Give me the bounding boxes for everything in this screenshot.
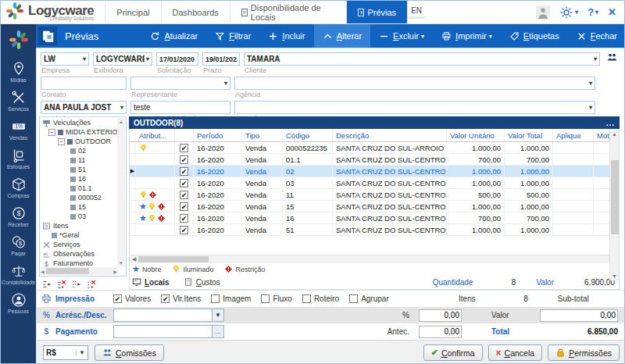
permissoes-button[interactable]: Permissões — [548, 344, 620, 361]
row-checkbox[interactable]: ✔ — [175, 224, 194, 235]
row-checkbox[interactable]: ✔ — [175, 212, 194, 223]
row-checkbox[interactable]: ✔ — [175, 166, 194, 177]
tree-root[interactable]: Veiculações — [41, 118, 117, 127]
confirma-button[interactable]: ✔ Confirma — [423, 344, 483, 361]
scrollbar-thumb[interactable] — [138, 256, 209, 262]
valor-desc-input[interactable] — [540, 309, 618, 322]
tree-leaf-11[interactable]: 11 — [41, 155, 117, 165]
agencia-select[interactable]: ▾ — [234, 77, 595, 90]
etiquetas-button[interactable]: Etiquetas — [501, 24, 568, 48]
tree-leaf-03[interactable]: 03 — [41, 212, 117, 221]
column-header-descricao[interactable]: Descrição — [333, 129, 447, 141]
antec-input[interactable] — [419, 326, 462, 338]
table-row[interactable]: ✔16-2020Venda11SANTA CRUZ DO SUL-CENTRO,… — [130, 189, 619, 201]
row-checkbox[interactable]: ✔ — [175, 189, 194, 200]
sidebar-item-compras[interactable]: Compras — [1, 173, 36, 202]
tree-node-outdoor[interactable]: −OUTDOOR — [41, 137, 117, 146]
collapse-toggle-icon[interactable]: − — [58, 138, 65, 145]
column-header-atribut[interactable]: Atribut... — [136, 129, 175, 141]
tree-horizontal-scrollbar[interactable]: ◀ ▶ — [41, 267, 117, 275]
prazo-field[interactable]: 19/01/2020 — [202, 52, 240, 66]
scroll-down-icon[interactable]: ▼ — [119, 259, 123, 267]
cliente-select[interactable]: TAMARA▾ — [244, 52, 600, 66]
row-checkbox[interactable]: ✔ — [175, 201, 194, 212]
tab-dashboards[interactable]: Dashboards — [161, 1, 230, 23]
sidebar-item-midias[interactable]: Mídias — [1, 58, 36, 87]
tree-section-faturamento[interactable]: $Faturamento — [41, 259, 117, 267]
subtab-locais[interactable]: Locais — [132, 277, 170, 287]
estrategia-select[interactable]: ▾ — [234, 101, 595, 114]
tab-principal[interactable]: Principal — [105, 1, 160, 23]
sidebar-item-servicos[interactable]: Serviços — [1, 87, 36, 116]
currency-select[interactable]: R$ ▼ — [43, 345, 88, 360]
incluir-button[interactable]: Incluir — [259, 24, 313, 48]
sidebar-item-vendas[interactable]: 1%Vendas — [1, 116, 36, 145]
subtab-custos[interactable]: Custos — [184, 277, 220, 287]
tree-leaf-02[interactable]: 02 — [41, 146, 117, 155]
help-button[interactable]: ?▾ — [588, 6, 598, 18]
tree-vertical-scrollbar[interactable]: ▲ ▼ — [117, 118, 125, 267]
empresa-select[interactable]: LW▾ — [41, 52, 89, 66]
tab-previas[interactable]: xPrévias — [346, 1, 408, 23]
acresc-select[interactable]: ▼ — [113, 309, 224, 322]
comissoes-button[interactable]: Comissões — [95, 344, 164, 361]
solicitacao-field[interactable]: 17/01/2020 — [156, 52, 198, 66]
node-move-icon[interactable] — [42, 280, 52, 289]
scroll-left-icon[interactable]: ◀ — [41, 269, 45, 274]
grid-horizontal-scrollbar[interactable]: ◀ ▶ — [130, 255, 619, 263]
tree-leaf-01-1[interactable]: 01.1 — [41, 184, 117, 193]
contato-field[interactable] — [41, 77, 127, 90]
tab-close-icon[interactable]: x — [241, 9, 248, 16]
sidebar-item-pagar[interactable]: $Pagar — [1, 231, 36, 260]
column-header-valor-total[interactable]: Valor Total — [505, 129, 553, 141]
table-row[interactable]: ✔16-2020Venda51SANTA CRUZ DO SUL-CENTRO,… — [130, 224, 619, 236]
window-close-button[interactable]: ✕ — [608, 6, 616, 18]
alterar-button[interactable]: Alterar — [314, 24, 370, 48]
nodes-move-icon[interactable] — [72, 280, 81, 289]
row-checkbox[interactable]: ✔ — [175, 154, 194, 165]
tree-leaf-51[interactable]: 51 — [41, 165, 117, 174]
column-header-motiv[interactable]: Motiv — [594, 129, 609, 141]
sidebar-item-contabilidade[interactable]: Contabilidade — [1, 260, 36, 289]
row-checkbox[interactable]: ✔ — [175, 177, 194, 188]
table-row[interactable]: ✔16-2020Venda03SANTA CRUZ DO SUL-CENTRO,… — [130, 177, 619, 189]
tree-section-observacoes[interactable]: abObservações — [41, 249, 117, 259]
grid-more-button[interactable]: ... — [606, 119, 615, 127]
print-option-imagem[interactable]: Imagem — [211, 294, 251, 303]
table-row[interactable]: ★✔16-2020Venda16SANTA CRUZ DO SUL-CENTRO… — [130, 212, 619, 224]
scrollbar-thumb[interactable] — [46, 268, 89, 274]
scroll-up-icon[interactable]: ▲ — [119, 118, 123, 126]
percent-input[interactable] — [419, 309, 462, 322]
atualizar-button[interactable]: Atualizar — [141, 24, 206, 48]
imprimir-button[interactable]: Imprimir▾ — [433, 24, 501, 48]
sidebar-item-pessoas[interactable]: Pessoas — [1, 289, 36, 318]
filtrar-button[interactable]: Filtrar — [206, 24, 259, 48]
settings-gear-button[interactable]: ▾ — [559, 5, 578, 20]
tree-leaf-15[interactable]: 15 — [41, 202, 117, 212]
table-row[interactable]: ▶✔16-2020Venda02SANTA CRUZ DO SUL-CENTRO… — [130, 166, 619, 177]
cancela-button[interactable]: × Cancela — [488, 344, 543, 361]
table-row[interactable]: ✔16-2020Venda0000522235SANTA CRUZ DO SUL… — [130, 142, 619, 154]
user-avatar[interactable] — [536, 5, 550, 20]
exibidora-select[interactable]: LOGYCWARE SISTI▾ — [93, 52, 152, 66]
column-header-aplique[interactable]: Aplique — [553, 129, 594, 141]
campanha-field[interactable]: teste — [130, 101, 230, 114]
more-button[interactable]: ... — [212, 326, 223, 337]
sidebar-item-receber[interactable]: $Receber — [1, 202, 36, 231]
collapse-toggle-icon[interactable]: − — [48, 129, 55, 136]
tree-section-itens[interactable]: Itens — [41, 221, 117, 230]
column-header-valor-unitario[interactable]: Valor Unitário — [447, 129, 505, 141]
tab-close-icon[interactable]: x — [358, 9, 364, 16]
fechar-button[interactable]: Fechar — [568, 24, 625, 48]
tree-leaf-geral[interactable]: *Geral — [41, 230, 117, 240]
excluir-button[interactable]: Excluir▾ — [370, 24, 433, 48]
vendedor-select[interactable]: ANA PAULA JOST▾ — [41, 101, 127, 114]
print-option-valores[interactable]: ✔Valores — [113, 294, 151, 303]
scroll-up-icon[interactable]: ▲ — [612, 129, 617, 138]
representante-select[interactable]: ▾ — [130, 77, 230, 90]
grid-vertical-scrollbar[interactable]: ▲ ▼ — [609, 129, 619, 280]
print-option-agrupar[interactable]: Agrupar — [349, 294, 389, 303]
print-option-roteiro[interactable]: Roteiro — [302, 294, 339, 303]
tree-leaf-16[interactable]: 16 — [41, 174, 117, 184]
table-row[interactable]: ★✔16-2020Venda15SANTA CRUZ DO SUL-CENTRO… — [130, 201, 619, 212]
